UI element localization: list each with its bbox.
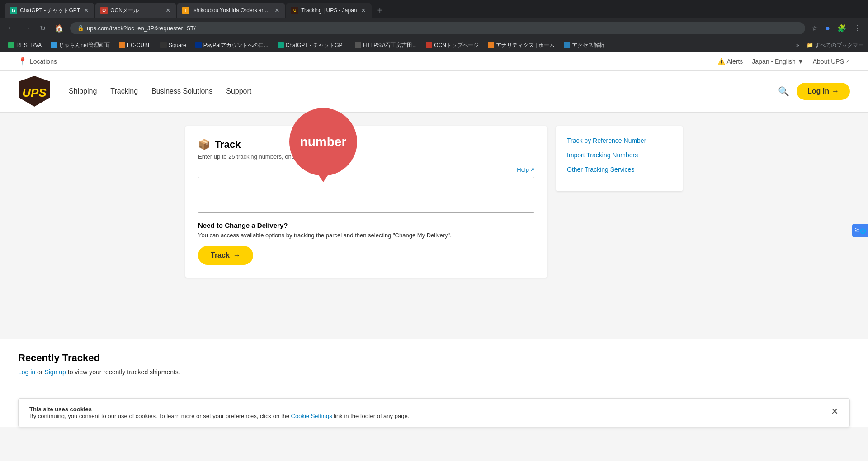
cookie-body-text: By continuing, you consent to our use of… xyxy=(29,413,289,419)
location-pin-icon: 📍 xyxy=(18,57,27,66)
square-favicon xyxy=(160,42,167,48)
ups-logo[interactable]: UPS xyxy=(18,75,51,108)
ai-assistant-button[interactable]: 🌐 AI xyxy=(852,224,868,237)
arrow-right-icon: → xyxy=(832,87,839,95)
tracking-nav-link[interactable]: Tracking xyxy=(110,87,138,95)
forward-button[interactable]: → xyxy=(21,22,33,34)
browser-tab-ocn[interactable]: O OCNメール ✕ xyxy=(95,3,176,18)
support-nav-link[interactable]: Support xyxy=(226,87,251,95)
bookmark-label-analytics: アナリティクス | ホーム xyxy=(496,42,555,49)
ups-logo-svg: UPS xyxy=(18,75,51,108)
login-button[interactable]: Log In → xyxy=(797,83,850,100)
tab-title-ishiko: Ishikoubou Yoshida Orders and... xyxy=(192,7,271,14)
bookmark-analytics[interactable]: アナリティクス | ホーム xyxy=(484,41,558,50)
bookmark-access[interactable]: アクセス解析 xyxy=(560,41,608,50)
bookmark-label-jalan: じゃらんnet管理画面 xyxy=(59,42,110,49)
bookmark-paypal[interactable]: PayPalアカウントへの口... xyxy=(192,41,272,50)
track-button[interactable]: Track → xyxy=(198,246,253,265)
ai-label: AI xyxy=(854,228,859,233)
track-subtitle: Enter up to 25 tracking numbers, one per… xyxy=(198,153,534,160)
access-favicon xyxy=(564,42,570,48)
svg-text:UPS: UPS xyxy=(22,86,47,99)
suffix-text: to view your recently tracked shipments. xyxy=(68,368,180,376)
nav-links: Shipping Tracking Business Solutions Sup… xyxy=(69,87,251,95)
external-link-icon: ↗ xyxy=(846,58,850,64)
top-bar: 📍 Locations ⚠️ Alerts Japan - English ▼ … xyxy=(0,52,868,71)
reload-button[interactable]: ↻ xyxy=(37,22,48,34)
nav-right: 🔍 Log In → xyxy=(778,83,850,100)
bookmark-label-access: アクセス解析 xyxy=(572,42,604,49)
other-tracking-services-link[interactable]: Other Tracking Services xyxy=(567,166,672,173)
package-search-icon: 📦 xyxy=(198,139,210,151)
profile-button[interactable]: ● xyxy=(822,22,833,35)
more-bookmarks[interactable]: » xyxy=(793,41,803,49)
delivery-title: Need to Change a Delivery? xyxy=(198,221,534,229)
bookmark-ishikoubou[interactable]: HTTPS://石工房吉田... xyxy=(351,41,420,50)
tab-title-ocn: OCNメール xyxy=(110,7,162,14)
bookmarks-folder-icon[interactable]: 📁 すべてのブックマー xyxy=(807,42,863,49)
cookie-suffix: link in the footer of any page. xyxy=(334,413,409,419)
bookmark-eccube[interactable]: EC-CUBE xyxy=(115,41,155,49)
tab-close-chatgpt[interactable]: ✕ xyxy=(84,7,89,14)
shipping-nav-link[interactable]: Shipping xyxy=(69,87,97,95)
browser-tab-chatgpt[interactable]: G ChatGPT - チャットGPT ✕ xyxy=(5,3,94,18)
bookmark-label-reserva: RESERVA xyxy=(16,42,42,48)
chatgpt-favicon: G xyxy=(10,7,17,14)
tab-title-ups: Tracking | UPS - Japan xyxy=(301,7,357,14)
login-link[interactable]: Log in xyxy=(18,368,35,376)
bookmark-button[interactable]: ☆ xyxy=(809,22,821,34)
bookmark-reserva[interactable]: RESERVA xyxy=(5,41,45,49)
paypal-favicon xyxy=(195,42,202,48)
track-card-title: 📦 Track xyxy=(198,139,534,151)
tab-close-ocn[interactable]: ✕ xyxy=(165,7,171,14)
bookmark-ocntop[interactable]: OCNトップページ xyxy=(422,41,482,50)
recently-tracked-section: Recently Tracked Log in or Sign up to vi… xyxy=(0,339,868,389)
or-text: or xyxy=(37,368,44,376)
recently-tracked-title: Recently Tracked xyxy=(18,352,850,364)
menu-button[interactable]: ⋮ xyxy=(851,22,863,34)
track-by-reference-link[interactable]: Track by Reference Number xyxy=(567,137,672,144)
lock-icon: 🔒 xyxy=(77,25,84,31)
about-ups-link[interactable]: About UPS ↗ xyxy=(813,58,850,65)
external-icon: ↗ xyxy=(530,167,534,173)
back-button[interactable]: ← xyxy=(5,22,17,34)
bookmark-label-chatgpt2: ChatGPT - チャットGPT xyxy=(286,42,346,49)
cookie-settings-link[interactable]: Cookie Settings xyxy=(291,413,332,419)
ups-favicon: U xyxy=(291,7,298,14)
address-bar[interactable]: 🔒 ups.com/track?loc=en_JP&requester=ST/ xyxy=(70,22,805,34)
tracking-number-input[interactable] xyxy=(198,177,534,213)
browser-tab-ishiko[interactable]: I Ishikoubou Yoshida Orders and... ✕ xyxy=(177,3,285,18)
tab-close-ups[interactable]: ✕ xyxy=(361,7,366,14)
signup-link[interactable]: Sign up xyxy=(44,368,66,376)
content-area: number 📦 Track Enter up to 25 tracking n… xyxy=(0,113,868,339)
chevron-down-icon: ▼ xyxy=(797,58,804,65)
browser-tab-ups[interactable]: U Tracking | UPS - Japan ✕ xyxy=(286,3,371,18)
business-solutions-nav-link[interactable]: Business Solutions xyxy=(151,87,212,95)
jalan-favicon xyxy=(51,42,57,48)
bookmark-square[interactable]: Square xyxy=(157,41,190,49)
language-selector[interactable]: Japan - English ▼ xyxy=(752,58,803,65)
track-button-label: Track xyxy=(211,251,230,259)
search-button[interactable]: 🔍 xyxy=(778,86,789,97)
ishiko-favicon: I xyxy=(182,7,189,14)
home-button[interactable]: 🏠 xyxy=(52,22,66,34)
import-tracking-numbers-link[interactable]: Import Tracking Numbers xyxy=(567,151,672,159)
locations-link[interactable]: Locations xyxy=(30,58,57,65)
delivery-section: Need to Change a Delivery? You can acces… xyxy=(198,221,534,265)
bookmark-jalan[interactable]: じゃらんnet管理画面 xyxy=(47,41,113,50)
bookmark-chatgpt2[interactable]: ChatGPT - チャットGPT xyxy=(274,41,349,50)
cookie-text: This site uses cookies By continuing, yo… xyxy=(29,406,824,419)
help-link[interactable]: Help ↗ xyxy=(517,166,534,173)
new-tab-button[interactable]: + xyxy=(374,5,387,16)
track-arrow-icon: → xyxy=(233,251,241,259)
bookmark-label-paypal: PayPalアカウントへの口... xyxy=(203,42,269,49)
chatgpt2-favicon xyxy=(278,42,284,48)
cookie-close-button[interactable]: ✕ xyxy=(831,406,839,417)
extension-button[interactable]: 🧩 xyxy=(835,22,849,34)
bookmark-label-ishikoubou: HTTPS://石工房吉田... xyxy=(363,42,417,49)
recently-tracked-text: Log in or Sign up to view your recently … xyxy=(18,368,850,376)
tab-close-ishiko[interactable]: ✕ xyxy=(274,7,280,14)
bookmark-label-ocntop: OCNトップページ xyxy=(434,42,479,49)
reserva-favicon xyxy=(8,42,14,48)
alerts-link[interactable]: ⚠️ Alerts xyxy=(717,58,743,65)
